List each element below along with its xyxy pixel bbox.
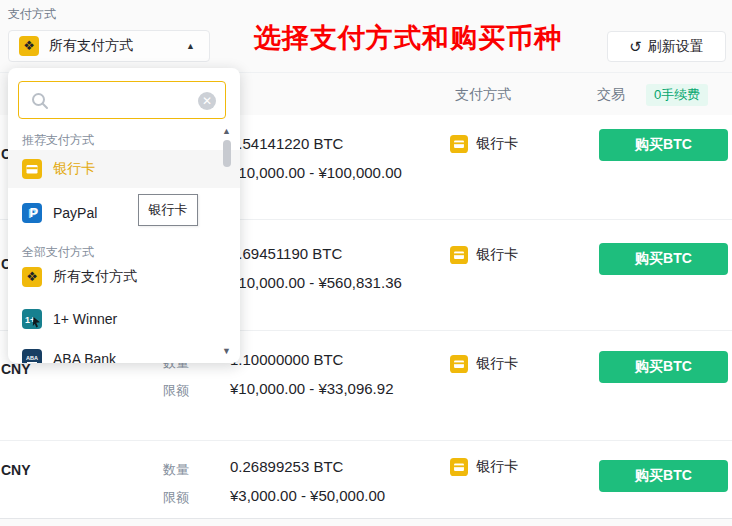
dropdown-item-label: 银行卡 [53,160,95,178]
section-recommended: 推荐支付方式 [22,132,94,149]
dropdown-item-aba-bank[interactable]: ABA ABA Bank [8,340,240,363]
dropdown-item-label: 所有支付方式 [53,268,137,286]
zero-fee-badge: 0手续费 [646,84,708,106]
bank-card-icon [450,458,468,476]
dropdown-item-paypal[interactable]: PP 1+ Winner PayPal [8,194,240,232]
refresh-icon: ↺ [629,39,642,54]
svg-text:P: P [30,205,39,220]
buy-btc-button[interactable]: 购买BTC [599,460,728,492]
dropdown-item-label: ABA Bank [53,351,116,363]
svg-text:ABA: ABA [26,355,38,361]
annotation-text: 选择支付方式和购买币种 [254,20,562,56]
search-icon [30,91,50,111]
limit-value: ¥10,000.00 - ¥100,000.00 [230,164,402,181]
payment-method-select[interactable]: ❖ 所有支付方式 ▲ [8,30,210,62]
scroll-down-icon[interactable]: ▼ [222,346,231,356]
binance-all-icon: ❖ [22,267,42,287]
bank-card-icon [450,246,468,264]
limit-label: 限额 [163,382,189,400]
clear-search-icon[interactable]: ✕ [198,92,216,110]
bank-card-icon [450,135,468,153]
dropdown-item-label: PayPal [53,205,97,221]
limit-value: ¥10,000.00 - ¥560,831.36 [230,274,402,291]
scroll-up-icon[interactable]: ▲ [222,126,231,136]
amount-label: 数量 [163,461,189,479]
refresh-settings-label: 刷新设置 [648,38,704,56]
price-currency: CNY [1,361,31,377]
payment-method-label: 支付方式 [8,6,56,23]
payment-tag: 银行卡 [450,135,518,153]
refresh-settings-button[interactable]: ↺ 刷新设置 [607,31,726,62]
dropdown-item-label: 1+ Winner [53,311,117,327]
buy-btc-button[interactable]: 购买BTC [599,351,728,383]
chevron-up-icon: ▲ [186,41,195,51]
amount-value: 0.54141220 BTC [230,135,343,152]
scrollbar-thumb[interactable] [223,140,231,167]
limit-label: 限额 [163,489,189,507]
price-currency: CNY [1,462,31,478]
bank-card-icon [22,159,42,179]
filter-bar: 支付方式 ❖ 所有支付方式 ▲ 选择支付方式和购买币种 ↺ 刷新设置 [0,0,732,72]
amount-value: 0.26899253 BTC [230,458,343,475]
offer-row: CNY 数量 0.26899253 BTC 限额 ¥3,000.00 - ¥50… [0,440,732,518]
buy-btc-button[interactable]: 购买BTC [599,129,728,161]
header-payment-method: 支付方式 [455,86,511,104]
drag-tooltip: 银行卡 [138,194,198,226]
dropdown-item-all-payment-methods[interactable]: ❖ 所有支付方式 [8,258,240,296]
payment-tag-label: 银行卡 [476,458,518,476]
payment-search-box: ✕ [18,81,226,119]
buy-btc-button[interactable]: 购买BTC [599,243,728,275]
limit-value: ¥3,000.00 - ¥50,000.00 [230,487,385,504]
bank-card-icon [450,355,468,373]
payment-tag: 银行卡 [450,246,518,264]
dropdown-item-bank-card[interactable]: 银行卡 [8,150,240,188]
payment-tag-label: 银行卡 [476,355,518,373]
payment-tag: 银行卡 [450,355,518,373]
one-plus-winner-icon: 1+ [22,309,42,329]
header-trade: 交易 [597,86,625,104]
p2p-buy-page: 支付方式 ❖ 所有支付方式 ▲ 选择支付方式和购买币种 ↺ 刷新设置 支付方式 … [0,0,732,526]
amount-value: 0.69451190 BTC [230,245,342,262]
payment-tag-label: 银行卡 [476,246,518,264]
payment-method-dropdown: ✕ 推荐支付方式 银行卡 PP 1+ Winner PayPal 银行卡 全部支… [8,68,240,363]
page-bottom-strip [0,518,732,526]
payment-tag: 银行卡 [450,458,518,476]
limit-value: ¥10,000.00 - ¥33,096.92 [230,380,393,397]
payment-tag-label: 银行卡 [476,135,518,153]
payment-search-input[interactable] [55,83,195,117]
paypal-icon: PP [22,203,42,223]
amount-value: 1.10000000 BTC [230,351,343,368]
aba-bank-icon: ABA [22,349,42,363]
binance-all-icon: ❖ [19,36,39,56]
payment-method-selected-value: 所有支付方式 [49,37,133,55]
dropdown-item-one-plus-winner[interactable]: 1+ 1+ Winner [8,300,240,338]
